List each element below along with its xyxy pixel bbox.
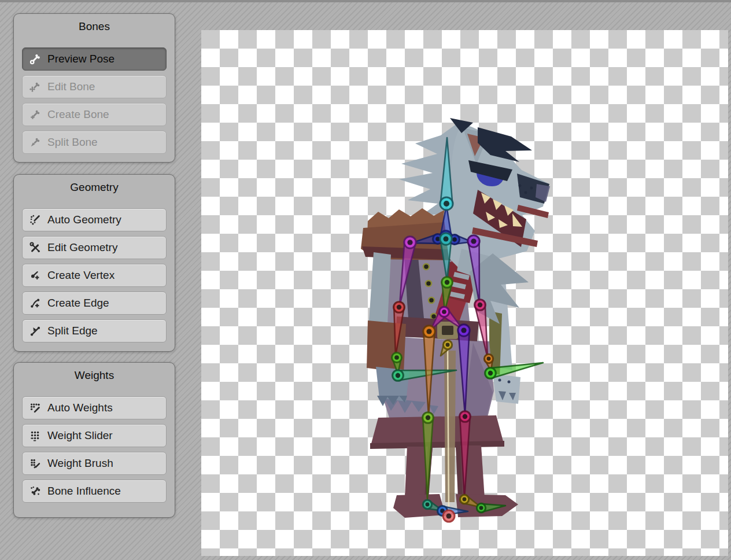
- create-bone-icon: [28, 108, 42, 121]
- split-edge-button[interactable]: Split Edge: [22, 319, 167, 342]
- create-edge-button[interactable]: Create Edge: [22, 292, 167, 315]
- button-label: Split Edge: [47, 325, 98, 337]
- geometry-panel: Geometry Auto GeometryEdit GeometryCreat…: [13, 174, 175, 352]
- edit-geometry-button[interactable]: Edit Geometry: [22, 236, 167, 259]
- create-bone-button[interactable]: Create Bone: [22, 103, 167, 126]
- button-label: Split Bone: [47, 136, 98, 149]
- geometry-panel-title: Geometry: [14, 181, 175, 194]
- button-label: Create Vertex: [47, 269, 115, 282]
- sprite-canvas[interactable]: [201, 30, 728, 556]
- bone-influence-icon: [28, 484, 42, 498]
- create-vertex-icon: [28, 268, 42, 282]
- split-bone-icon: [28, 135, 42, 149]
- button-label: Create Bone: [47, 108, 109, 121]
- bones-panel: Bones Preview PoseEdit BoneCreate BoneSp…: [13, 13, 175, 163]
- button-label: Edit Bone: [47, 80, 95, 93]
- preview-pose-icon: [28, 52, 42, 66]
- bone-influence-button[interactable]: Bone Influence: [22, 480, 167, 503]
- create-edge-icon: [28, 296, 42, 310]
- weight-slider-button[interactable]: Weight Slider: [22, 424, 167, 447]
- auto-weights-icon: [28, 401, 42, 415]
- auto-weights-button[interactable]: Auto Weights: [22, 396, 167, 419]
- weight-slider-icon: [28, 429, 42, 443]
- split-bone-button[interactable]: Split Bone: [22, 131, 167, 154]
- weights-panel: Weights Auto WeightsWeight SliderWeight …: [13, 362, 175, 518]
- button-label: Auto Geometry: [47, 213, 121, 226]
- edit-geometry-icon: [28, 241, 42, 255]
- create-vertex-button[interactable]: Create Vertex: [22, 264, 167, 287]
- button-label: Bone Influence: [47, 485, 121, 498]
- button-label: Weight Slider: [47, 429, 113, 442]
- auto-geometry-button[interactable]: Auto Geometry: [22, 208, 167, 231]
- button-label: Edit Geometry: [47, 241, 117, 254]
- weights-panel-title: Weights: [14, 369, 175, 382]
- edit-bone-button[interactable]: Edit Bone: [22, 75, 167, 98]
- auto-geometry-icon: [28, 213, 42, 227]
- button-label: Auto Weights: [47, 401, 113, 414]
- window-top-edge: [0, 0, 731, 2]
- split-edge-icon: [28, 324, 42, 338]
- button-label: Preview Pose: [47, 53, 115, 65]
- button-label: Weight Brush: [47, 457, 113, 470]
- button-label: Create Edge: [47, 297, 109, 310]
- weight-brush-icon: [28, 456, 42, 470]
- weight-brush-button[interactable]: Weight Brush: [22, 452, 167, 475]
- preview-pose-button[interactable]: Preview Pose: [22, 47, 167, 71]
- bones-panel-title: Bones: [14, 20, 175, 33]
- edit-bone-icon: [28, 80, 42, 94]
